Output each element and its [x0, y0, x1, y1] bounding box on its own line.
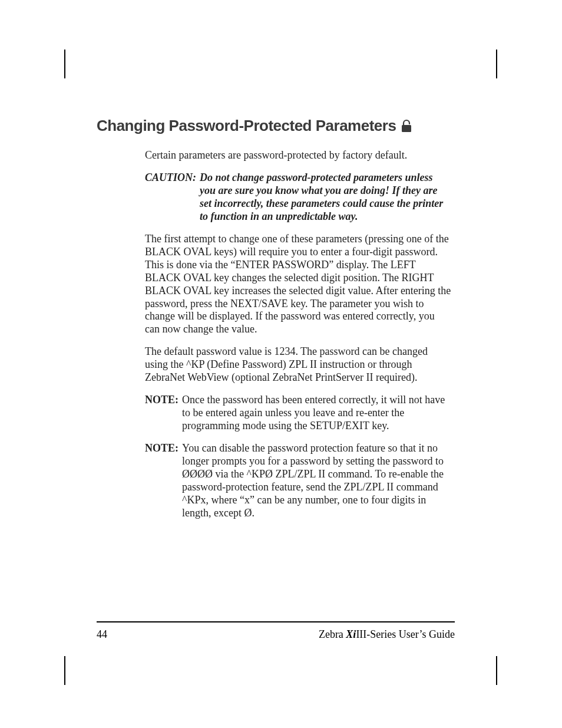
- page-content: Changing Password-Protected Parameters C…: [97, 117, 455, 529]
- footer-title: Zebra XiIII-Series User’s Guide: [319, 628, 455, 641]
- footer-brand-model: Xi: [346, 628, 356, 640]
- crop-mark: [496, 50, 497, 78]
- footer-rule: [97, 621, 455, 622]
- body-paragraph-1: The first attempt to change one of these…: [145, 233, 451, 337]
- crop-mark: [64, 656, 65, 685]
- note-label: NOTE:: [145, 394, 182, 433]
- note-block-1: NOTE: Once the password has been entered…: [145, 394, 451, 433]
- intro-paragraph: Certain parameters are password-protecte…: [145, 149, 451, 162]
- crop-mark: [496, 656, 497, 685]
- footer-brand-prefix: Zebra: [319, 628, 346, 640]
- caution-block: CAUTION: Do not change password-protecte…: [145, 172, 451, 223]
- caution-label: CAUTION:: [145, 172, 200, 223]
- heading-text: Changing Password-Protected Parameters: [97, 117, 396, 135]
- crop-mark: [64, 50, 65, 78]
- svg-rect-0: [402, 125, 411, 132]
- footer-brand-suffix: III-Series User’s Guide: [356, 628, 455, 640]
- note-block-2: NOTE: You can disable the password prote…: [145, 442, 451, 520]
- body-paragraph-2: The default password value is 1234. The …: [145, 345, 451, 384]
- lock-icon: [401, 119, 412, 133]
- section-heading: Changing Password-Protected Parameters: [97, 117, 455, 135]
- caution-text: Do not change password-protected paramet…: [200, 172, 451, 223]
- note-text: You can disable the password protection …: [182, 442, 451, 520]
- page-footer: 44 Zebra XiIII-Series User’s Guide: [97, 621, 455, 641]
- body-text: Certain parameters are password-protecte…: [145, 149, 451, 520]
- note-label: NOTE:: [145, 442, 182, 520]
- page-number: 44: [97, 628, 107, 641]
- document-page: Changing Password-Protected Parameters C…: [0, 0, 562, 728]
- note-text: Once the password has been entered corre…: [182, 394, 451, 433]
